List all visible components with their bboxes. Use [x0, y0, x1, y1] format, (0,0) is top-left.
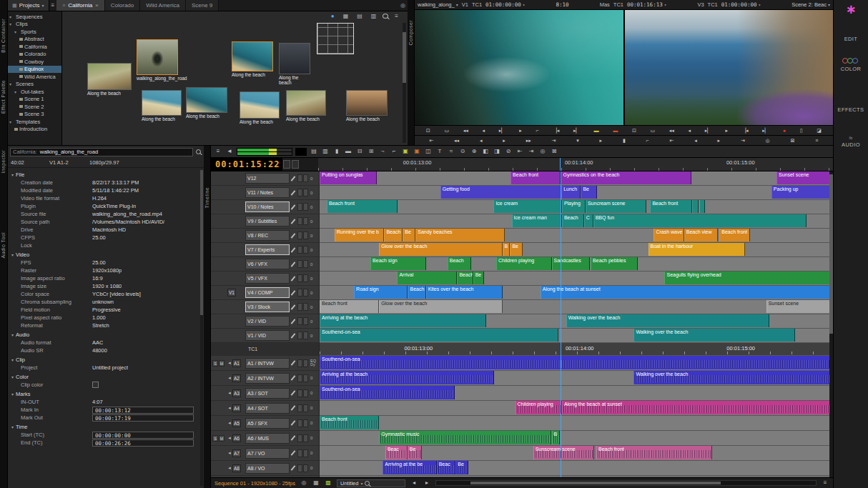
goto-out-right-icon[interactable]: ▸▏ [762, 128, 769, 133]
clip-sandy-beaches[interactable]: Sandy beaches [415, 229, 505, 241]
clip-walking-over-the-beach[interactable]: Walking over the beach [633, 371, 833, 384]
zoom-fwd-icon[interactable]: ⇥ [527, 149, 536, 154]
track-control-button[interactable] [303, 260, 308, 268]
track-control-button[interactable] [297, 274, 302, 282]
clip-suncream-scene[interactable]: Suncream scene [586, 200, 646, 213]
track-control-button[interactable] [303, 289, 308, 297]
clip-southend-on-sea[interactable]: Southend-on-sea [320, 356, 833, 369]
bin-clip-along-the-beach[interactable]: Along the beach [346, 90, 388, 121]
composer-tab[interactable]: Composer [408, 20, 413, 46]
bin-menu-icon[interactable]: ≡ [393, 13, 400, 19]
track-control-button[interactable] [303, 189, 308, 196]
clip-beach-front[interactable]: Beach front [511, 171, 561, 184]
track-control-button[interactable] [297, 404, 302, 412]
track-control-button[interactable] [297, 419, 302, 427]
property-value-field[interactable]: 00:00:17:19 [92, 414, 194, 422]
tree-item-out-takes[interactable]: ▾Out-takes [8, 88, 61, 96]
expand-arrow-icon[interactable]: ▾ [14, 29, 19, 34]
rewind-icon[interactable]: ◂◂ [454, 138, 459, 143]
match-frame-icon[interactable]: ◎ [766, 138, 770, 143]
track-name-button[interactable]: V9 / Subtitles [245, 216, 290, 226]
scrollbar-thumb[interactable] [200, 170, 203, 315]
lane-v6[interactable]: Beach signBeachChildren playingSandcastl… [320, 257, 833, 272]
collapse-arrow-icon[interactable]: ▾ [11, 252, 14, 257]
lane-v11[interactable]: Getting foodLunchBePacking up [320, 186, 833, 200]
clip-b[interactable]: B [552, 431, 560, 444]
bin-clip-along-the-beach[interactable]: Along the beach [87, 63, 132, 96]
pencil-icon[interactable] [290, 304, 297, 311]
clip-gymnastics-on-the-beach[interactable]: Gymnastics on the beach [561, 171, 691, 184]
mute-button[interactable]: M [219, 360, 225, 367]
clip-arriving-at-the-be[interactable]: Arriving at the be [383, 461, 436, 474]
scrollbar-thumb[interactable] [470, 482, 721, 484]
unlock-icon[interactable]: ● [329, 13, 337, 19]
lane-v8[interactable]: Running over the bBeachBeSandy beachesCr… [320, 229, 833, 243]
section-color[interactable]: ▾Color [8, 372, 204, 381]
bin-clip-along-the-beach[interactable]: Along the beach [142, 90, 182, 121]
overwrite-icon[interactable]: ▬ [344, 149, 352, 154]
pencil-icon[interactable] [290, 261, 297, 268]
track-name-button[interactable]: V2 / VID [245, 316, 290, 327]
clip-beach-front[interactable]: Beach front [596, 446, 712, 459]
track-control-button[interactable] [297, 332, 302, 339]
go-to-start-icon[interactable]: ⇤ [429, 138, 433, 143]
projects-dropdown[interactable]: ▦ Projects ▾ [8, 0, 49, 11]
video-quality-right-icon[interactable]: ⊡ [632, 128, 636, 133]
clip-gymnastic-music[interactable]: Gymnastic music [379, 431, 551, 444]
lane-v1[interactable]: Southend-on-seaWalking over the beach [320, 329, 833, 343]
pencil-icon[interactable] [290, 204, 297, 211]
clip-beach[interactable]: Beach [408, 286, 425, 299]
pencil-icon[interactable] [290, 332, 297, 339]
tree-item-scene-1[interactable]: Scene 1 [8, 96, 61, 104]
track-name-button[interactable]: V5 / VFX [245, 273, 290, 284]
track-control-button[interactable] [297, 231, 302, 239]
track-name-button[interactable]: V12 [245, 173, 290, 184]
track-control-button[interactable] [297, 389, 302, 397]
play-loop-icon[interactable]: ▸ [600, 138, 603, 143]
source-track-label[interactable]: V1 [462, 1, 468, 8]
frame-view-icon[interactable]: ▦ [341, 13, 351, 19]
clip-be[interactable]: Be [581, 186, 596, 199]
scrollbar-thumb[interactable] [829, 174, 833, 334]
tree-item-introduction[interactable]: Introduction [8, 126, 61, 134]
track-control-button[interactable] [303, 359, 308, 367]
expand-arrow-icon[interactable]: ▾ [9, 14, 14, 19]
step-back-1-icon[interactable]: ◂ [480, 138, 483, 143]
step-back-right-icon[interactable]: ◂◂ [669, 128, 674, 133]
pencil-icon[interactable] [290, 434, 297, 442]
bin-clip-along-the-beach[interactable]: Along the beach [232, 41, 273, 77]
bin-clip-along-the-beach[interactable]: Along the beach [186, 87, 227, 119]
clip-ice-cream-man[interactable]: Ice cream man [512, 214, 562, 227]
timecode-display[interactable]: 00:01:15:22 [211, 158, 282, 171]
track-name-button[interactable]: A8 / VO [245, 463, 290, 474]
lane-a3[interactable]: Southend-on-sea [320, 386, 833, 401]
down-arrow-icon[interactable]: ▾ [576, 138, 579, 143]
pencil-icon[interactable] [290, 449, 297, 457]
pencil-icon[interactable] [290, 289, 297, 297]
clip-boat-in-the-harbour[interactable]: Boat in the harbour [648, 243, 746, 256]
section-marks[interactable]: ▾Marks [8, 389, 204, 398]
color-wheels-icon[interactable] [842, 58, 859, 64]
track-control-button[interactable] [297, 203, 302, 211]
track-control-button[interactable] [297, 317, 302, 325]
section-time[interactable]: ▾Time [8, 422, 204, 431]
tree-item-scene-2[interactable]: Scene 2 [8, 103, 61, 111]
clip-be[interactable]: Be [408, 446, 422, 459]
pencil-icon[interactable] [290, 464, 297, 472]
timeline-fast-menu-icon[interactable]: ≡ [214, 149, 222, 154]
pencil-icon[interactable] [290, 318, 297, 325]
stop-right-icon[interactable]: ▭ [651, 128, 656, 133]
lane-tc1[interactable]: 00:01:13:0000:01:14:0000:01:15:00 [320, 343, 833, 356]
clip-sunscream-scene[interactable]: Sunscream scene [533, 446, 594, 459]
clip-sunset-scene[interactable]: Sunset scene [766, 300, 831, 313]
expand-arrow-icon[interactable]: ▾ [14, 89, 19, 94]
clip-lunch[interactable]: Lunch [561, 186, 581, 199]
clip-arriving-at-the-beach[interactable]: Arriving at the beach [320, 371, 494, 384]
go-to-end-right-icon[interactable]: ⇥ [741, 138, 745, 143]
timeline-bottom-menu-icon[interactable]: ≡ [821, 480, 829, 486]
tab-colorado[interactable]: Colorado [105, 0, 140, 11]
track-name-button[interactable]: A4 / SOT [245, 403, 290, 414]
clip-packing-up[interactable]: Packing up [771, 186, 833, 199]
smart-tool-icon[interactable]: ⊞ [367, 149, 375, 154]
bin-clip-walking-along-the-road[interactable]: walking_along_the_road [137, 39, 178, 81]
